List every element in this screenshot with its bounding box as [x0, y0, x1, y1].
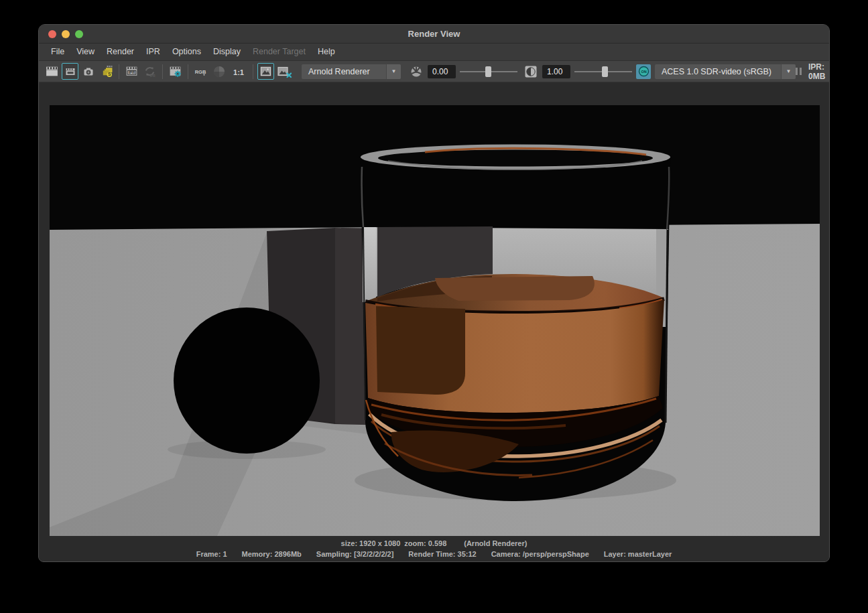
toolbar-separator [119, 64, 119, 79]
status-frame: Frame: 1 [196, 549, 227, 559]
one-to-one-button[interactable]: 1:1 [229, 63, 249, 80]
status-line-size: size: 1920 x 1080 zoom: 0.598 (Arnold Re… [341, 539, 528, 549]
ipr-render-icon: IPR [125, 64, 139, 78]
toolbar-separator [253, 64, 253, 79]
minimize-button[interactable] [62, 30, 70, 38]
rgb-icon-label: RGB [194, 69, 206, 75]
render-image-canvas[interactable] [50, 105, 820, 536]
ipr-status-group: IPR: 0MB [796, 62, 830, 81]
menu-render[interactable]: Render [101, 44, 140, 60]
color-management-on-icon: ON [638, 66, 649, 77]
menu-options[interactable]: Options [166, 44, 207, 60]
redo-previous-render-button[interactable] [62, 63, 78, 80]
status-line-render-info: Frame: 1 Memory: 2896Mb Sampling: [3/2/2… [196, 549, 672, 559]
traffic-lights [48, 30, 83, 38]
ipr-icon-label: IPR [129, 70, 135, 74]
render-view-window: Render View File View Render IPR Options… [38, 24, 830, 562]
zoom-button[interactable] [75, 30, 83, 38]
exposure-slider[interactable] [460, 65, 517, 78]
status-sampling: Sampling: [3/2/2/2/2/2] [316, 549, 394, 559]
desktop: Render View File View Render IPR Options… [0, 0, 868, 613]
color-space-dropdown[interactable]: ACES 1.0 SDR-video (sRGB) ▼ [655, 64, 796, 79]
menu-render-target: Render Target [247, 44, 312, 60]
color-management-toggle[interactable]: ON [636, 64, 651, 79]
snapshot-button[interactable] [80, 63, 97, 80]
remove-image-button[interactable] [275, 63, 294, 80]
redo-previous-render-icon [64, 66, 76, 78]
renderer-dropdown-value: Arnold Renderer [302, 64, 386, 79]
gamma-field[interactable]: 1.00 [542, 65, 570, 78]
pause-ipr-icon [796, 68, 802, 75]
status-renderer: (Arnold Renderer) [464, 539, 527, 549]
scene-whiskey-glass [361, 145, 670, 502]
title-bar: Render View [39, 25, 829, 44]
gamma-icon [524, 65, 538, 78]
remove-image-icon [277, 65, 293, 78]
ipr-memory-status: IPR: 0MB [808, 62, 829, 81]
on-label: ON [641, 70, 646, 74]
render-settings-icon [168, 64, 182, 78]
keep-image-button[interactable]: S [98, 63, 115, 80]
color-space-dropdown-value: ACES 1.0 SDR-video (sRGB) [655, 64, 781, 79]
status-bars: size: 1920 x 1080 zoom: 0.598 (Arnold Re… [39, 539, 829, 559]
close-button[interactable] [48, 30, 56, 38]
scene-sphere [174, 308, 320, 454]
one-to-one-icon: 1:1 [229, 65, 248, 78]
window-title: Render View [39, 29, 829, 39]
gamma-slider-handle[interactable] [602, 66, 608, 77]
alpha-channel-icon [212, 64, 227, 79]
gamma-slider[interactable] [574, 65, 632, 78]
status-layer: Layer: masterLayer [604, 549, 672, 559]
render-button[interactable] [44, 63, 60, 80]
toolbar-separator [162, 64, 163, 79]
exposure-icon [410, 65, 423, 78]
open-image-button[interactable] [257, 63, 274, 80]
status-zoom: zoom: 0.598 [404, 539, 446, 549]
chevron-down-icon: ▼ [781, 64, 796, 79]
exposure-button[interactable] [408, 63, 424, 80]
menu-view[interactable]: View [70, 44, 101, 60]
renderer-dropdown[interactable]: Arnold Renderer ▼ [302, 64, 401, 79]
chevron-down-icon: ▼ [386, 64, 401, 79]
ipr-render-button[interactable]: IPR [123, 63, 140, 80]
one-to-one-label: 1:1 [233, 68, 244, 76]
status-size: size: 1920 x 1080 [341, 539, 401, 549]
menu-file[interactable]: File [45, 44, 70, 60]
menu-help[interactable]: Help [312, 44, 341, 60]
rgb-channels-button[interactable]: RGB [192, 63, 209, 80]
status-camera: Camera: /persp/perspShape [491, 549, 589, 559]
gamma-button[interactable] [522, 63, 539, 80]
snapshot-icon [82, 65, 95, 78]
status-memory: Memory: 2896Mb [242, 549, 302, 559]
render-view-body: size: 1920 x 1080 zoom: 0.598 (Arnold Re… [39, 82, 829, 561]
menu-display[interactable]: Display [207, 44, 247, 60]
exposure-field[interactable]: 0.00 [428, 65, 456, 78]
svg-text:S: S [108, 72, 111, 76]
render-settings-button[interactable] [167, 63, 184, 80]
exposure-slider-handle[interactable] [485, 66, 491, 77]
alpha-channel-button[interactable] [210, 63, 227, 80]
rgb-channels-icon: RGB [193, 65, 209, 78]
rendered-scene [50, 105, 820, 536]
keep-image-icon: S [99, 64, 113, 78]
menu-bar: File View Render IPR Options Display Ren… [39, 44, 829, 61]
open-image-icon [259, 65, 272, 78]
svg-text:IPR: IPR [150, 74, 156, 78]
toolbar: S IPR I [39, 61, 829, 82]
refresh-ipr-icon: IPR [143, 64, 157, 78]
menu-ipr[interactable]: IPR [140, 44, 166, 60]
render-icon [45, 64, 59, 78]
status-render-time: Render Time: 35:12 [408, 549, 476, 559]
refresh-ipr-button: IPR [141, 63, 158, 80]
toolbar-separator [188, 64, 188, 79]
